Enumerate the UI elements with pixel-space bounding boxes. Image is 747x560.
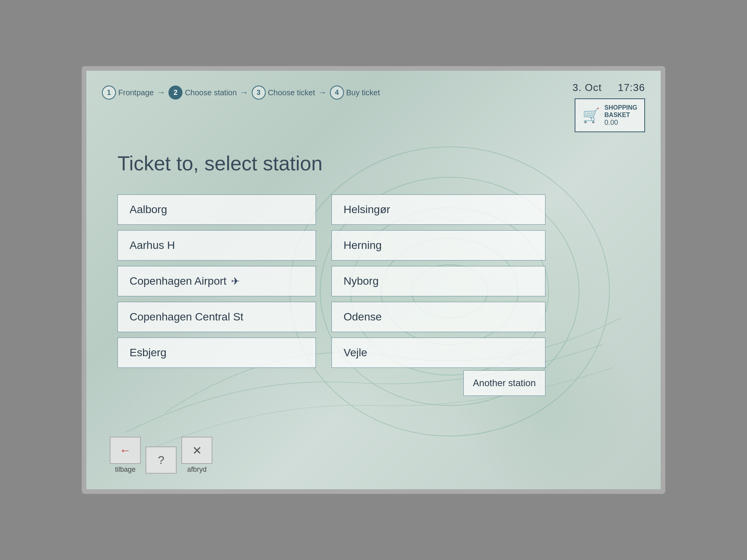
- station-btn-esbjerg[interactable]: Esbjerg: [117, 338, 316, 368]
- basket-amount: 0.00: [605, 119, 637, 127]
- time-display: 17:36: [618, 82, 645, 93]
- page-title: Ticket to, select station: [117, 152, 630, 175]
- main-content: Ticket to, select station Aalborg Aarhus…: [86, 132, 661, 408]
- arrow-2: →: [240, 88, 249, 98]
- step-3: 3 Choose ticket: [252, 86, 315, 100]
- station-btn-aalborg[interactable]: Aalborg: [117, 194, 316, 225]
- stations-grid: Aalborg Aarhus H Copenhagen Airport ✈ Co…: [117, 194, 545, 396]
- station-btn-cph-central[interactable]: Copenhagen Central St: [117, 302, 316, 332]
- plane-icon: ✈: [231, 275, 240, 287]
- right-stations: Helsingør Herning Nyborg Odense Vejle: [331, 194, 545, 368]
- step-2: 2 Choose station: [168, 86, 237, 100]
- step-4: 4 Buy ticket: [330, 86, 380, 100]
- breadcrumb: 1 Frontpage → 2 Choose station → 3 Choos…: [102, 86, 380, 100]
- station-btn-odense[interactable]: Odense: [331, 302, 545, 332]
- step-1-label: Frontpage: [118, 88, 154, 97]
- help-button[interactable]: ?: [146, 446, 177, 474]
- date-display: 3. Oct: [572, 82, 601, 93]
- station-btn-cph-airport[interactable]: Copenhagen Airport ✈: [117, 266, 316, 296]
- step-3-label: Choose ticket: [268, 88, 315, 97]
- step-4-label: Buy ticket: [346, 88, 380, 97]
- datetime-display: 3. Oct 17:36: [572, 82, 645, 94]
- station-btn-nyborg[interactable]: Nyborg: [331, 266, 545, 296]
- cancel-button-wrapper: ✕ afbryd: [181, 437, 212, 474]
- arrow-1: →: [157, 88, 165, 98]
- basket-label-line2: BASKET: [605, 111, 637, 119]
- step-3-circle: 3: [252, 86, 266, 100]
- screen-frame: 1 Frontpage → 2 Choose station → 3 Choos…: [82, 66, 665, 494]
- back-button-label: tilbage: [115, 466, 135, 474]
- right-col-wrapper: Helsingør Herning Nyborg Odense Vejle An…: [331, 194, 545, 396]
- top-right: 3. Oct 17:36 🛒 SHOPPING BASKET 0.00: [572, 82, 645, 132]
- page-title-bold: Ticket to,: [117, 152, 199, 175]
- bottom-bar: ← tilbage ? ✕ afbryd: [110, 437, 212, 474]
- left-column: Aalborg Aarhus H Copenhagen Airport ✈ Co…: [117, 194, 331, 396]
- arrow-3: →: [318, 88, 327, 98]
- station-btn-aarhus[interactable]: Aarhus H: [117, 230, 316, 261]
- cancel-button-label: afbryd: [187, 466, 207, 474]
- back-button-wrapper: ← tilbage: [110, 437, 141, 474]
- help-button-wrapper: ?: [146, 446, 177, 474]
- shopping-basket[interactable]: 🛒 SHOPPING BASKET 0.00: [575, 98, 645, 132]
- step-2-label: Choose station: [185, 88, 237, 97]
- cancel-button[interactable]: ✕: [181, 437, 212, 464]
- basket-text: SHOPPING BASKET 0.00: [605, 104, 637, 127]
- station-btn-herning[interactable]: Herning: [331, 230, 545, 261]
- page-title-sub: select station: [204, 152, 323, 175]
- step-1-circle: 1: [102, 86, 116, 100]
- another-station-button[interactable]: Another station: [463, 370, 545, 396]
- basket-label-line1: SHOPPING: [605, 104, 637, 111]
- station-btn-helsingor[interactable]: Helsingør: [331, 194, 545, 225]
- step-2-circle: 2: [168, 86, 182, 100]
- back-button[interactable]: ←: [110, 437, 141, 464]
- step-4-circle: 4: [330, 86, 344, 100]
- station-btn-vejle[interactable]: Vejle: [331, 338, 545, 368]
- step-1: 1 Frontpage: [102, 86, 154, 100]
- basket-icon: 🛒: [582, 107, 600, 124]
- top-bar: 1 Frontpage → 2 Choose station → 3 Choos…: [86, 71, 661, 132]
